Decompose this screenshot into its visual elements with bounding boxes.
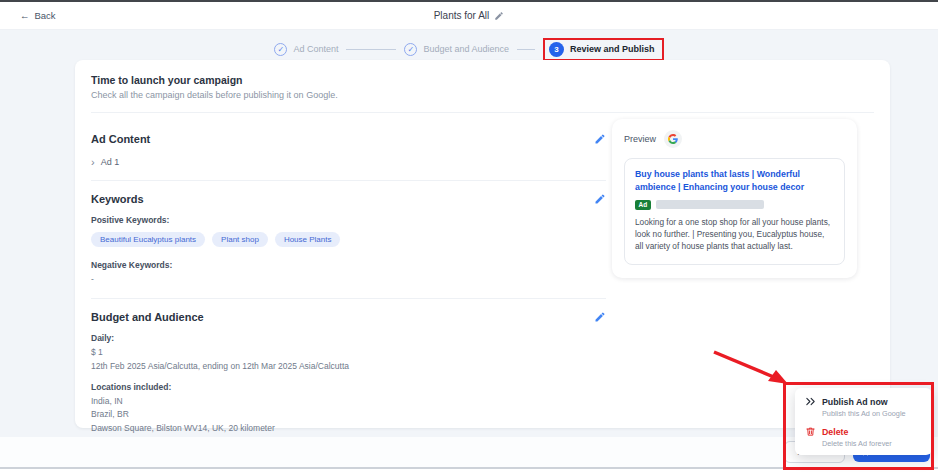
positive-keywords-list: Beautiful Eucalyptus plants Plant shop H… <box>91 232 606 247</box>
window-bottom-edge <box>0 467 938 475</box>
keyword-pill: Plant shop <box>212 232 268 247</box>
negative-keywords-value: - <box>91 273 606 285</box>
menu-item-label: Delete <box>822 427 848 437</box>
edit-title-pencil-icon[interactable] <box>494 11 504 21</box>
edit-keywords-icon[interactable] <box>594 193 606 205</box>
back-arrow-icon: ← <box>20 10 30 21</box>
negative-keywords-label: Negative Keywords: <box>91 260 606 270</box>
ad-description: Looking for a one stop shop for all your… <box>635 216 834 253</box>
ad-1-expander[interactable]: › Ad 1 <box>91 157 606 167</box>
stepper-connector <box>346 49 396 50</box>
ad-badge: Ad <box>635 200 651 210</box>
preview-card: Preview Buy house plants that lasts | Wo… <box>612 119 857 278</box>
google-logo-icon <box>664 130 682 148</box>
preview-label: Preview <box>624 134 656 144</box>
menu-item-delete[interactable]: Delete Delete this Ad forever <box>805 426 922 448</box>
step-complete-check-icon: ✓ <box>404 43 417 56</box>
page-title: Plants for All <box>0 10 938 21</box>
edit-ad-content-icon[interactable] <box>594 133 606 145</box>
step-budget-audience[interactable]: ✓ Budget and Audience <box>404 43 509 56</box>
campaign-title: Plants for All <box>434 10 490 21</box>
edit-budget-icon[interactable] <box>594 311 606 323</box>
positive-keywords-label: Positive Keywords: <box>91 215 606 225</box>
location-included-item: India, IN <box>91 395 606 407</box>
ad-headline-link[interactable]: Buy house plants that lasts | Wonderful … <box>635 168 834 194</box>
section-title-budget-audience: Budget and Audience <box>91 311 204 323</box>
step-label: Ad Content <box>293 44 338 54</box>
card-heading: Time to launch your campaign <box>91 74 874 86</box>
keyword-pill: Beautiful Eucalyptus plants <box>91 232 205 247</box>
stepper: ✓ Ad Content ✓ Budget and Audience 3 Rev… <box>0 30 938 60</box>
stepper-connector <box>517 49 535 50</box>
trash-icon <box>805 426 816 437</box>
section-title-keywords: Keywords <box>91 193 144 205</box>
step-number-badge: 3 <box>549 42 564 57</box>
publish-dropdown-menu: Publish Ad now Publish this Ad on Google… <box>795 388 932 455</box>
page-background: ✓ Ad Content ✓ Budget and Audience 3 Rev… <box>0 30 938 437</box>
top-bar: ← Back Plants for All <box>0 2 938 30</box>
daily-budget-label: Daily: <box>91 333 606 343</box>
ad-item-label: Ad 1 <box>101 157 120 167</box>
back-label: Back <box>35 10 56 21</box>
step-label: Review and Publish <box>570 44 655 54</box>
daily-budget-value: $ 1 <box>91 346 606 358</box>
step-complete-check-icon: ✓ <box>274 43 287 56</box>
send-icon <box>805 396 816 407</box>
details-column: Ad Content › Ad 1 Keywords Positive Keyw… <box>91 113 606 475</box>
menu-item-label: Publish Ad now <box>822 397 888 407</box>
menu-item-description: Publish this Ad on Google <box>822 409 922 418</box>
card-subheading: Check all the campaign details before pu… <box>91 90 874 100</box>
divider <box>91 298 606 299</box>
step-review-publish[interactable]: 3 Review and Publish <box>549 42 655 57</box>
location-included-item: Dawson Square, Bilston WV14, UK, 20 kilo… <box>91 422 606 434</box>
menu-item-description: Delete this Ad forever <box>822 439 922 448</box>
chevron-right-icon: › <box>91 158 95 166</box>
section-title-ad-content: Ad Content <box>91 133 150 145</box>
menu-item-publish-ad-now[interactable]: Publish Ad now Publish this Ad on Google <box>805 396 922 418</box>
redacted-url-bar <box>656 200 764 209</box>
locations-included-label: Locations included: <box>91 382 606 392</box>
step-label: Budget and Audience <box>423 44 509 54</box>
location-included-item: Brazil, BR <box>91 408 606 420</box>
schedule-value: 12th Feb 2025 Asia/Calcutta, ending on 1… <box>91 360 606 372</box>
step-ad-content[interactable]: ✓ Ad Content <box>274 43 338 56</box>
divider <box>91 180 606 181</box>
keyword-pill: House Plants <box>275 232 341 247</box>
review-card: Time to launch your campaign Check all t… <box>75 60 890 428</box>
back-button[interactable]: ← Back <box>20 10 56 21</box>
annotation-box-step-3: 3 Review and Publish <box>543 38 664 61</box>
google-ad-preview: Buy house plants that lasts | Wonderful … <box>624 158 845 265</box>
